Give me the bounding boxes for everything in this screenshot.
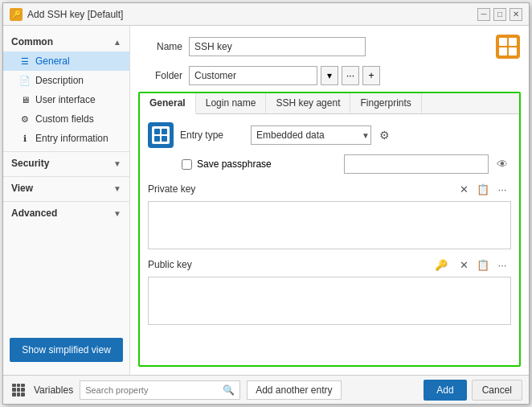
show-simplified-button[interactable]: Show simplified view (10, 338, 123, 362)
main-content: Common ▲ ☰ General 📄 Description 🖥 User … (3, 26, 529, 375)
private-key-copy-button[interactable]: 📋 (474, 180, 492, 198)
advanced-chevron: ▼ (113, 209, 121, 218)
folder-dropdown-button[interactable]: ▾ (321, 66, 338, 85)
general-icon: ☰ (19, 56, 31, 67)
entry-type-icon (148, 122, 174, 148)
sidebar-section-advanced-header[interactable]: Advanced ▼ (3, 204, 129, 223)
public-key-copy-button[interactable]: 📋 (474, 256, 492, 273)
bottom-bar: Variables 🔍 Add another entry Add Cancel (3, 375, 529, 404)
sidebar-item-ui-label: User interface (35, 94, 96, 105)
tab-ssh-key-agent[interactable]: SSH key agent (266, 93, 350, 113)
folder-more-button[interactable]: ··· (342, 66, 359, 85)
save-passphrase-row: Save passphrase 👁 (148, 154, 511, 174)
tab-general[interactable]: General (140, 93, 196, 114)
private-key-textarea[interactable] (148, 201, 511, 249)
passphrase-eye-button[interactable]: 👁 (493, 155, 511, 173)
folder-input[interactable] (189, 66, 317, 85)
tab-login-name[interactable]: Login name (196, 93, 267, 113)
close-button[interactable]: ✕ (509, 8, 522, 21)
common-label: Common (11, 36, 53, 47)
name-input[interactable] (189, 37, 366, 56)
search-icon: 🔍 (223, 384, 235, 396)
entry-info-icon: ℹ (19, 133, 31, 144)
sidebar: Common ▲ ☰ General 📄 Description 🖥 User … (3, 26, 130, 375)
sidebar-item-custom-fields[interactable]: ⚙ Custom fields (3, 109, 129, 129)
sidebar-section-security: Security ▼ (3, 154, 129, 173)
name-row: Name (138, 34, 521, 60)
main-window: 🔑 Add SSH key [Default] ─ □ ✕ Common ▲ ☰… (2, 2, 530, 405)
custom-fields-icon: ⚙ (19, 113, 31, 125)
title-bar-left: 🔑 Add SSH key [Default] (10, 8, 123, 21)
sidebar-section-common-header[interactable]: Common ▲ (3, 32, 129, 51)
sidebar-bottom: Show simplified view (3, 331, 129, 368)
sidebar-item-description-label: Description (35, 75, 84, 86)
add-another-entry-button[interactable]: Add another entry (247, 380, 341, 400)
tabs-header: General Login name SSH key agent Fingerp… (140, 93, 519, 114)
window-controls: ─ □ ✕ (477, 8, 522, 21)
save-passphrase-checkbox[interactable] (182, 159, 192, 170)
public-key-more-button[interactable]: ··· (493, 256, 511, 273)
sidebar-item-general[interactable]: ☰ General (3, 51, 129, 71)
cancel-button[interactable]: Cancel (472, 380, 522, 401)
folder-label: Folder (138, 70, 182, 81)
common-chevron: ▲ (113, 38, 121, 47)
sidebar-item-entry-information[interactable]: ℹ Entry information (3, 129, 129, 148)
sidebar-section-view-header[interactable]: View ▼ (3, 179, 129, 198)
folder-input-group: ▾ ··· + (189, 66, 380, 85)
entry-type-select[interactable]: Embedded data File External (251, 125, 371, 145)
divider-advanced (3, 201, 129, 202)
private-key-more-button[interactable]: ··· (493, 180, 511, 198)
advanced-label: Advanced (11, 208, 57, 219)
right-panel: Name Folder ▾ ··· + (130, 26, 529, 375)
private-key-actions: ✕ 📋 ··· (455, 180, 511, 198)
entry-type-label: Entry type (180, 130, 244, 141)
bottom-right-actions: Add Cancel (424, 380, 522, 401)
sidebar-item-description[interactable]: 📄 Description (3, 71, 129, 90)
view-label: View (11, 183, 33, 194)
folder-add-button[interactable]: + (362, 66, 380, 85)
security-chevron: ▼ (113, 159, 121, 168)
public-key-actions: ✕ 📋 ··· (455, 256, 511, 273)
tabs-container: General Login name SSH key agent Fingerp… (138, 92, 521, 367)
public-key-label: Public key (148, 259, 428, 270)
security-label: Security (11, 158, 49, 169)
public-key-generate-button[interactable]: 🔑 (432, 256, 450, 273)
window-icon: 🔑 (10, 8, 23, 21)
rds-icon-btn[interactable] (495, 34, 521, 60)
entry-type-icon-inner (152, 126, 170, 144)
add-button[interactable]: Add (424, 380, 466, 401)
search-property-input[interactable] (85, 385, 219, 395)
tab-fingerprints[interactable]: Fingerprints (350, 93, 421, 113)
grid-icon-button[interactable] (10, 381, 27, 399)
save-passphrase-label: Save passphrase (197, 158, 272, 170)
window-title: Add SSH key [Default] (27, 9, 123, 20)
sidebar-item-general-label: General (35, 56, 70, 67)
maximize-button[interactable]: □ (493, 8, 506, 21)
rds-icon (496, 35, 520, 59)
public-key-textarea[interactable] (148, 277, 511, 325)
title-bar: 🔑 Add SSH key [Default] ─ □ ✕ (3, 3, 529, 26)
public-key-clear-button[interactable]: ✕ (455, 256, 473, 273)
sidebar-section-security-header[interactable]: Security ▼ (3, 154, 129, 173)
sidebar-section-common: Common ▲ ☰ General 📄 Description 🖥 User … (3, 32, 129, 148)
passphrase-input[interactable] (344, 154, 489, 174)
private-key-header: Private key ✕ 📋 ··· (148, 180, 511, 198)
sidebar-item-ei-label: Entry information (35, 133, 108, 144)
sidebar-section-advanced: Advanced ▼ (3, 204, 129, 223)
divider-view (3, 176, 129, 177)
entry-type-row: Entry type Embedded data File External ▼… (148, 122, 511, 148)
folder-row: Folder ▾ ··· + (138, 66, 521, 85)
minimize-button[interactable]: ─ (477, 8, 490, 21)
private-key-clear-button[interactable]: ✕ (455, 180, 473, 198)
variables-label: Variables (34, 384, 73, 396)
divider-security (3, 151, 129, 152)
sidebar-item-user-interface[interactable]: 🖥 User interface (3, 90, 129, 109)
entry-type-settings-button[interactable]: ⚙ (374, 125, 394, 145)
tab-general-content: Entry type Embedded data File External ▼… (140, 114, 519, 365)
view-chevron: ▼ (113, 184, 121, 193)
private-key-section: Private key ✕ 📋 ··· (148, 180, 511, 249)
description-icon: 📄 (19, 75, 31, 86)
sidebar-section-view: View ▼ (3, 179, 129, 198)
user-interface-icon: 🖥 (19, 94, 31, 105)
sidebar-item-cf-label: Custom fields (35, 113, 94, 125)
